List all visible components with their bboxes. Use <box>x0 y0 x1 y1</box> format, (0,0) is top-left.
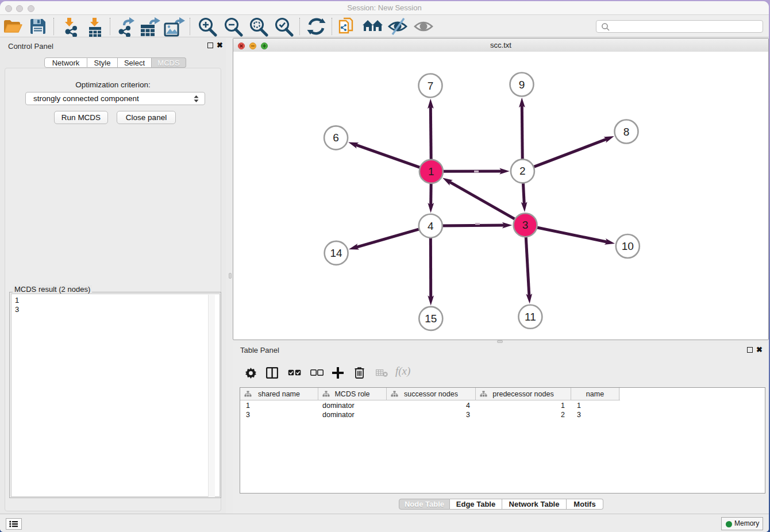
svg-text:14: 14 <box>330 246 343 259</box>
svg-text:3: 3 <box>522 219 529 231</box>
svg-text:2: 2 <box>519 165 526 177</box>
svg-text:15: 15 <box>425 312 437 324</box>
svg-text:1: 1 <box>428 165 434 177</box>
svg-text:4: 4 <box>428 219 434 232</box>
svg-text:8: 8 <box>623 125 630 137</box>
svg-text:11: 11 <box>525 310 536 322</box>
svg-text:7: 7 <box>428 79 434 91</box>
svg-text:9: 9 <box>519 78 525 90</box>
svg-text:6: 6 <box>333 132 339 144</box>
svg-text:10: 10 <box>622 240 634 252</box>
